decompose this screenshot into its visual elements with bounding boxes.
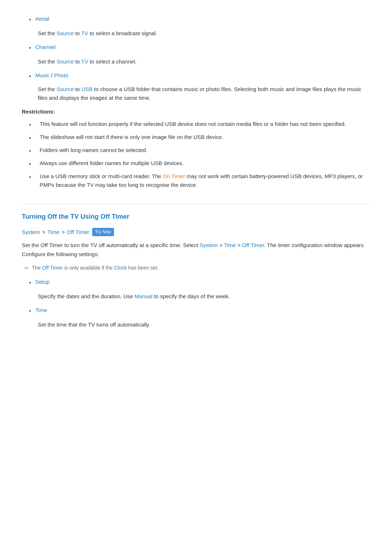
note-clock[interactable]: Clock (114, 265, 127, 271)
restriction-dot-4: • (29, 160, 31, 168)
note-mid: is only available if the (63, 265, 114, 271)
breadcrumb: System > Time > Off Timer Try Now (22, 228, 370, 237)
setup-content: Setup (35, 278, 370, 288)
music-photo-content: Music / Photo (35, 71, 370, 80)
section-divider: Turning Off the TV Using Off Timer Syste… (22, 204, 370, 329)
channel-item: • Channel (22, 43, 370, 53)
setup-manual[interactable]: Manual (135, 293, 152, 299)
music-usb[interactable]: USB (81, 86, 93, 92)
body-before: Set the Off Timer to turn the TV off aut… (22, 242, 200, 248)
aerial-source[interactable]: Source (57, 30, 74, 36)
aerial-content: Aerial (35, 15, 370, 25)
channel-description: Set the Source to TV to select a channel… (22, 57, 370, 66)
pencil-icon: ✏ (25, 264, 29, 272)
aerial-text-before: Set the (38, 30, 57, 36)
aerial-text-mid: to (74, 30, 81, 36)
section-title: Turning Off the TV Using Off Timer (22, 212, 370, 222)
breadcrumb-time[interactable]: Time (48, 228, 60, 237)
music-photo-separator: / (49, 72, 54, 78)
restriction-item-2: • The slideshow will not start if there … (29, 133, 370, 142)
aerial-tv[interactable]: TV (81, 30, 88, 36)
aerial-description: Set the Source to TV to select a broadca… (22, 29, 370, 38)
breadcrumb-sep2: > (62, 228, 65, 237)
channel-tv[interactable]: TV (81, 58, 88, 65)
note-line: ✏ The Off Timer is only available if the… (22, 264, 370, 272)
body-off-timer[interactable]: Off Timer (242, 242, 264, 248)
breadcrumb-system[interactable]: System (22, 228, 40, 237)
breadcrumb-off-timer[interactable]: Off Timer (67, 228, 89, 237)
bullet-dot-music: • (29, 72, 31, 81)
section-body-paragraph: Set the Off Timer to turn the TV off aut… (22, 241, 370, 259)
restriction-text-4: Always use different folder names for mu… (35, 159, 370, 168)
channel-label[interactable]: Channel (35, 43, 370, 52)
try-now-badge[interactable]: Try Now (92, 228, 114, 236)
setup-text-after: to specify the days of the week. (152, 293, 230, 299)
restriction-item-1: • This feature will not function properl… (29, 120, 370, 129)
setup-label[interactable]: Setup (35, 278, 370, 286)
body-sep1: > (218, 242, 224, 248)
music-source[interactable]: Source (57, 86, 74, 92)
channel-text-mid: to (74, 58, 81, 65)
channel-text-before: Set the (38, 58, 57, 65)
music-text-before: Set the (38, 86, 57, 92)
restriction-text-2: The slideshow will not start if there is… (35, 133, 370, 141)
breadcrumb-sep1: > (42, 228, 45, 237)
restriction-text-3: Folders with long names cannot be select… (35, 146, 370, 155)
restriction-dot-5: • (29, 173, 31, 181)
note-text: The Off Timer is only available if the C… (32, 264, 159, 272)
time-description: Set the time that the TV turns off autom… (22, 320, 370, 329)
restriction-item-5: • Use a USB memory stick or multi-card r… (29, 172, 370, 189)
music-label[interactable]: Music (35, 72, 49, 78)
photo-label[interactable]: Photo (54, 72, 68, 78)
aerial-label[interactable]: Aerial (35, 15, 370, 23)
restrictions-heading: Restrictions: (22, 107, 370, 116)
restriction-dot-2: • (29, 134, 31, 142)
time-label[interactable]: Time (35, 306, 370, 315)
music-photo-item: • Music / Photo (22, 71, 370, 81)
on-timer-link[interactable]: On Timer (163, 173, 185, 179)
restriction-text-1: This feature will not function properly … (35, 120, 370, 128)
music-text-mid: to (74, 86, 81, 92)
body-time[interactable]: Time (224, 242, 236, 248)
restriction-item-4: • Always use different folder names for … (29, 159, 370, 168)
channel-content: Channel (35, 43, 370, 53)
aerial-text-after: to select a broadcast signal. (88, 30, 157, 36)
restrictions-list: • This feature will not function properl… (22, 120, 370, 189)
restriction-dot-1: • (29, 120, 31, 129)
note-before: The (32, 265, 42, 271)
music-photo-description: Set the Source to USB to choose a USB fo… (22, 85, 370, 102)
setup-text-before: Specify the dates and the duration. Use (38, 293, 135, 299)
bullet-dot-setup: • (29, 278, 31, 287)
restriction-dot-3: • (29, 147, 31, 155)
bullet-dot-time: • (29, 307, 31, 315)
bullet-dot-channel: • (29, 44, 31, 52)
setup-description: Specify the dates and the duration. Use … (22, 292, 370, 301)
aerial-item: • Aerial (22, 15, 370, 25)
time-item: • Time (22, 306, 370, 316)
body-sep2: > (236, 242, 242, 248)
setup-item: • Setup (22, 278, 370, 288)
time-content: Time (35, 306, 370, 316)
restriction-text-5: Use a USB memory stick or multi-card rea… (35, 172, 370, 189)
restriction-item-3: • Folders with long names cannot be sele… (29, 146, 370, 155)
channel-text-after: to select a channel. (88, 58, 136, 65)
note-off-timer[interactable]: Off Timer (42, 265, 63, 271)
bullet-dot-aerial: • (29, 15, 31, 24)
body-system[interactable]: System (200, 242, 218, 248)
note-after: has been set. (127, 265, 159, 271)
channel-source[interactable]: Source (57, 58, 74, 65)
